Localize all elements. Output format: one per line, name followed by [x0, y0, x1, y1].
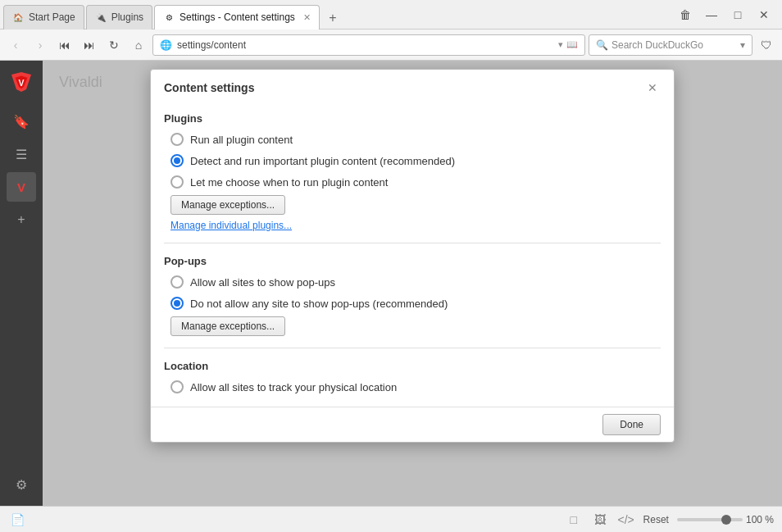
reload-button[interactable]: ↻: [103, 34, 125, 56]
status-left: 📄: [8, 511, 26, 529]
modal-header: Content settings ✕: [151, 70, 674, 102]
svg-text:V: V: [18, 78, 24, 88]
status-window-icon[interactable]: □: [565, 511, 583, 529]
trash-button[interactable]: 🗑: [674, 3, 697, 26]
search-placeholder: Search DuckDuckGo: [612, 39, 737, 51]
new-tab-button[interactable]: +: [321, 7, 344, 30]
radio-allow-location-circle[interactable]: [170, 380, 184, 393]
radio-allow-popups[interactable]: Allow all sites to show pop-ups: [170, 275, 661, 289]
title-bar: 🏠 Start Page 🔌 Plugins ⚙ Settings - Cont…: [0, 0, 782, 30]
add-icon: +: [17, 212, 25, 227]
section-divider-1: [164, 243, 661, 243]
tabs-icon: ☰: [16, 147, 27, 162]
minimize-button[interactable]: —: [700, 3, 723, 26]
zoom-value: 100 %: [746, 514, 774, 525]
radio-allow-location-label: Allow all sites to track your physical l…: [190, 381, 397, 393]
location-radio-group: Allow all sites to track your physical l…: [170, 380, 661, 393]
content-settings-modal: Content settings ✕ Plugins Run all plugi…: [150, 69, 675, 443]
plugins-manage-exceptions-button[interactable]: Manage exceptions...: [170, 195, 285, 215]
radio-no-popups[interactable]: Do not allow any site to show pop-ups (r…: [170, 297, 661, 310]
sidebar-logo: V: [7, 67, 36, 97]
radio-allow-popups-circle[interactable]: [170, 275, 184, 289]
status-image-icon[interactable]: 🖼: [591, 511, 609, 529]
status-bar: 📄 □ 🖼 </> Reset 100 %: [0, 506, 782, 532]
popups-radio-group: Allow all sites to show pop-ups Do not a…: [170, 275, 661, 310]
shield-icon[interactable]: 🛡: [756, 34, 777, 56]
search-dropdown-icon[interactable]: ▾: [740, 39, 745, 51]
manage-individual-plugins-link[interactable]: Manage individual plugins...: [170, 220, 292, 231]
sidebar-item-tabs[interactable]: ☰: [7, 139, 36, 169]
content-area: Vivaldi Content settings ✕ Plugins Run a…: [43, 61, 782, 506]
sidebar-item-bookmarks[interactable]: 🔖: [7, 107, 36, 136]
sidebar-item-vivaldi[interactable]: V: [7, 172, 36, 202]
modal-body[interactable]: Plugins Run all plugin content Detect an…: [151, 102, 674, 407]
vivaldi-logo-icon: V: [9, 70, 34, 94]
search-bar[interactable]: 🔍 Search DuckDuckGo ▾: [589, 34, 752, 56]
radio-no-popups-label: Do not allow any site to show pop-ups (r…: [190, 298, 448, 310]
plugins-section-title: Plugins: [164, 112, 661, 125]
skip-forward-button[interactable]: ⏭: [79, 34, 100, 56]
radio-run-all[interactable]: Run all plugin content: [170, 133, 661, 146]
bookmarks-icon: 🔖: [13, 114, 30, 130]
radio-let-me-choose-circle[interactable]: [170, 175, 184, 189]
maximize-button[interactable]: □: [726, 3, 749, 26]
radio-let-me-choose-label: Let me choose when to run plugin content: [190, 176, 388, 189]
window-controls: 🗑 — □ ✕: [667, 0, 782, 30]
address-bar[interactable]: 🌐 settings/content ▾ 📖: [152, 34, 585, 56]
nav-bar: ‹ › ⏮ ⏭ ↻ ⌂ 🌐 settings/content ▾ 📖 🔍 Sea…: [0, 30, 782, 61]
sidebar-settings-button[interactable]: ⚙: [7, 470, 36, 499]
zoom-thumb[interactable]: [721, 515, 731, 525]
done-button[interactable]: Done: [602, 414, 661, 435]
zoom-control: 100 %: [677, 514, 774, 525]
tab-favicon-settings: ⚙: [163, 11, 175, 23]
popups-manage-exceptions-button[interactable]: Manage exceptions...: [170, 316, 285, 336]
plugins-radio-group: Run all plugin content Detect and run im…: [170, 133, 661, 189]
reset-label[interactable]: Reset: [643, 514, 669, 525]
forward-button[interactable]: ›: [30, 34, 51, 56]
main-layout: V 🔖 ☰ V + ⚙ Vivaldi Content settings: [0, 61, 782, 506]
sidebar: V 🔖 ☰ V + ⚙: [0, 61, 43, 506]
back-button[interactable]: ‹: [5, 34, 26, 56]
modal-overlay: Content settings ✕ Plugins Run all plugi…: [43, 61, 782, 506]
address-text: settings/content: [177, 39, 553, 51]
modal-close-button[interactable]: ✕: [644, 80, 661, 96]
radio-detect-run-circle[interactable]: [170, 154, 184, 167]
status-code-icon[interactable]: </>: [617, 511, 635, 529]
tab-label-start: Start Page: [29, 11, 75, 23]
tab-settings[interactable]: ⚙ Settings - Content settings ✕: [154, 5, 320, 30]
address-dropdown-icon[interactable]: ▾: [558, 39, 563, 50]
tab-favicon-plugins: 🔌: [95, 11, 107, 23]
status-page-icon[interactable]: 📄: [8, 511, 26, 529]
address-extras: ▾ 📖: [558, 39, 578, 50]
zoom-slider[interactable]: [677, 518, 743, 521]
radio-no-popups-circle[interactable]: [170, 297, 184, 310]
settings-icon: ⚙: [16, 477, 27, 493]
address-bookmark-icon[interactable]: 📖: [566, 39, 578, 50]
radio-run-all-label: Run all plugin content: [190, 134, 293, 146]
section-divider-2: [164, 348, 661, 348]
sidebar-item-add[interactable]: +: [7, 205, 36, 234]
radio-detect-run-label: Detect and run important plugin content …: [190, 155, 455, 167]
location-section-title: Location: [164, 360, 661, 372]
popups-section-title: Pop-ups: [164, 255, 661, 267]
tab-favicon-start: 🏠: [12, 11, 24, 23]
vivaldi-sidebar-icon: V: [17, 180, 25, 194]
globe-icon: 🌐: [160, 39, 172, 51]
tab-plugins[interactable]: 🔌 Plugins: [86, 5, 152, 30]
radio-let-me-choose[interactable]: Let me choose when to run plugin content: [170, 175, 661, 189]
radio-allow-popups-label: Allow all sites to show pop-ups: [190, 276, 335, 289]
modal-footer: Done: [151, 407, 674, 442]
tab-label-settings: Settings - Content settings: [180, 11, 295, 23]
radio-allow-location[interactable]: Allow all sites to track your physical l…: [170, 380, 661, 393]
skip-back-button[interactable]: ⏮: [54, 34, 75, 56]
tab-close-icon[interactable]: ✕: [303, 12, 311, 23]
tab-bar: 🏠 Start Page 🔌 Plugins ⚙ Settings - Cont…: [0, 0, 667, 30]
home-button[interactable]: ⌂: [128, 34, 149, 56]
close-button[interactable]: ✕: [752, 3, 775, 26]
search-icon: 🔍: [596, 39, 608, 51]
radio-run-all-circle[interactable]: [170, 133, 184, 146]
tab-start-page[interactable]: 🏠 Start Page: [3, 5, 84, 30]
modal-title: Content settings: [164, 81, 254, 94]
tab-label-plugins: Plugins: [111, 11, 143, 23]
radio-detect-run[interactable]: Detect and run important plugin content …: [170, 154, 661, 167]
